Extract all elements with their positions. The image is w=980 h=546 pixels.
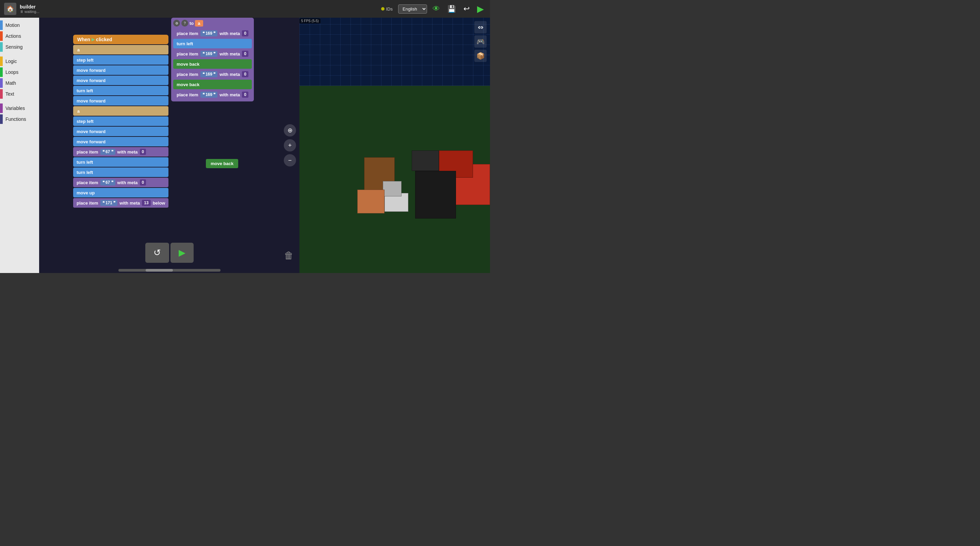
fullscreen-button[interactable]: ⇔ bbox=[474, 21, 487, 33]
undo-button[interactable]: ↩ bbox=[461, 4, 472, 14]
popup-move-back-2[interactable]: move back bbox=[173, 80, 252, 89]
ids-button[interactable]: IDs bbox=[379, 6, 395, 12]
popup-var-label: a bbox=[195, 20, 203, 27]
scrollbar-thumb[interactable] bbox=[146, 269, 173, 272]
move-forward-2-label: move forward bbox=[76, 78, 105, 83]
var-a2-block[interactable]: a bbox=[73, 106, 169, 116]
place-item-block-3[interactable]: place item ❝ 171 ❞ with meta 13 below bbox=[73, 198, 169, 208]
turn-left-block-3[interactable]: turn left bbox=[73, 167, 169, 177]
place-item-2-label: place item bbox=[76, 180, 98, 185]
fps-badge: 5 FPS (5-5) bbox=[299, 18, 321, 24]
popup-mv-4: 0 bbox=[242, 92, 248, 98]
code-canvas: When ▶ clicked a step left move forward … bbox=[39, 18, 299, 273]
sidebar-group-motion: Motion bbox=[0, 21, 39, 30]
sidebar-item-math[interactable]: Math bbox=[0, 78, 39, 88]
popup-pi-2-value: ❝ 169 ❞ bbox=[200, 51, 218, 57]
move-forward-block-2[interactable]: move forward bbox=[73, 76, 169, 85]
motion-color-bar bbox=[0, 21, 3, 30]
sidebar-item-logic[interactable]: Logic bbox=[0, 57, 39, 66]
zoom-out-button[interactable]: − bbox=[284, 154, 296, 166]
trash-button[interactable]: 🗑 bbox=[282, 247, 296, 263]
horizontal-scrollbar[interactable] bbox=[118, 269, 221, 272]
loops-color-bar bbox=[0, 67, 3, 77]
mc-blocks bbox=[299, 116, 490, 246]
move-back-float[interactable]: move back bbox=[206, 159, 238, 168]
turn-left-block-2[interactable]: turn left bbox=[73, 157, 169, 167]
popup-move-back-1[interactable]: move back bbox=[173, 59, 252, 69]
game-view: 5 FPS (5-5) ⇔ 🎮 📦 Close bbox=[299, 18, 490, 273]
when-clicked-block[interactable]: When ▶ clicked bbox=[73, 35, 169, 44]
sidebar-label-math: Math bbox=[3, 78, 19, 88]
app-title: builder bbox=[20, 4, 39, 10]
language-select[interactable]: English Spanish French bbox=[398, 5, 427, 14]
sidebar: Motion Actions Sensing Logic Lo bbox=[0, 18, 39, 273]
var-a-block[interactable]: a bbox=[73, 45, 169, 54]
turn-left-block-1[interactable]: turn left bbox=[73, 86, 169, 95]
popup-pi-4-label: place item bbox=[177, 92, 198, 97]
sidebar-item-sensing[interactable]: Sensing bbox=[0, 42, 39, 52]
popup-pi-3-label: place item bbox=[177, 72, 198, 77]
popup-pi-4-value: ❝ 169 ❞ bbox=[200, 92, 218, 98]
popup-stack: ⚙ ? to a place item ❝ 169 ❞ with meta 0 … bbox=[171, 18, 254, 102]
popup-place-item-2[interactable]: place item ❝ 169 ❞ with meta 0 bbox=[173, 49, 252, 59]
popup-place-item-1[interactable]: place item ❝ 169 ❞ with meta 0 bbox=[173, 29, 252, 38]
gamepad-button[interactable]: 🎮 bbox=[474, 35, 487, 48]
move-forward-block-1[interactable]: move forward bbox=[73, 65, 169, 75]
move-up-block[interactable]: move up bbox=[73, 188, 169, 197]
app-title-block: builder ⏸ waiting... bbox=[20, 4, 39, 14]
move-back-float-label: move back bbox=[211, 161, 234, 166]
meta-val-2: 0 bbox=[140, 179, 146, 186]
step-left-block[interactable]: step left bbox=[73, 55, 169, 65]
popup-place-item-3[interactable]: place item ❝ 169 ❞ with meta 0 bbox=[173, 70, 252, 79]
popup-turn-left-label: turn left bbox=[177, 41, 193, 46]
popup-wm-4: with meta bbox=[220, 92, 240, 97]
below-label: below bbox=[153, 201, 165, 205]
sidebar-item-variables[interactable]: Variables bbox=[0, 103, 39, 113]
move-forward-4-label: move forward bbox=[76, 129, 105, 134]
popup-place-item-4[interactable]: place item ❝ 169 ❞ with meta 0 bbox=[173, 90, 252, 99]
mc-block-black-1 bbox=[415, 171, 456, 218]
popup-pi-1-label: place item bbox=[177, 31, 198, 36]
place-item-block-1[interactable]: place item ❝ 67 ❞ with meta 0 bbox=[73, 147, 169, 157]
clicked-label: clicked bbox=[96, 37, 112, 42]
popup-help-icon[interactable]: ? bbox=[181, 20, 188, 27]
step-left-block-2[interactable]: step left bbox=[73, 116, 169, 126]
popup-turn-left[interactable]: turn left bbox=[173, 39, 252, 48]
functions-color-bar bbox=[0, 115, 3, 124]
popup-settings-icon[interactable]: ⚙ bbox=[173, 20, 180, 27]
popup-mv-2: 0 bbox=[242, 51, 248, 57]
popup-mv-1: 0 bbox=[242, 30, 248, 37]
when-label: When bbox=[77, 37, 90, 42]
run-button[interactable]: ▶ bbox=[475, 3, 486, 15]
popup-header: ⚙ ? to a bbox=[173, 20, 252, 27]
popup-mv-3: 0 bbox=[242, 71, 248, 77]
step-left-2-label: step left bbox=[76, 119, 94, 124]
place-item-block-2[interactable]: place item ❝ 67 ❞ with meta 0 bbox=[73, 178, 169, 187]
sidebar-item-text[interactable]: Text bbox=[0, 89, 39, 99]
sidebar-item-loops[interactable]: Loops bbox=[0, 67, 39, 77]
undo-ctrl-button[interactable]: ↺ bbox=[145, 243, 169, 263]
zoom-in-button[interactable]: + bbox=[284, 139, 296, 151]
compass-button[interactable]: ⊕ bbox=[284, 124, 296, 137]
run-ctrl-button[interactable]: ▶ bbox=[170, 243, 194, 263]
popup-pi-1-value: ❝ 169 ❞ bbox=[200, 30, 218, 37]
actions-color-bar bbox=[0, 31, 3, 41]
step-left-label: step left bbox=[76, 57, 94, 63]
move-forward-block-5[interactable]: move forward bbox=[73, 137, 169, 146]
mc-block-orange bbox=[357, 189, 385, 213]
main-block-stack: When ▶ clicked a step left move forward … bbox=[73, 35, 169, 208]
sidebar-label-loops: Loops bbox=[3, 67, 21, 77]
save-button[interactable]: 💾 bbox=[445, 4, 458, 14]
turn-left-2-label: turn left bbox=[76, 160, 93, 165]
sidebar-item-functions[interactable]: Functions bbox=[0, 115, 39, 124]
sidebar-item-actions[interactable]: Actions bbox=[0, 31, 39, 41]
popup-mb-2-label: move back bbox=[177, 82, 199, 87]
eye-button[interactable]: 👁 bbox=[430, 4, 442, 14]
move-forward-block-4[interactable]: move forward bbox=[73, 127, 169, 136]
sidebar-item-motion[interactable]: Motion bbox=[0, 21, 39, 30]
box-button[interactable]: 📦 bbox=[474, 50, 487, 62]
sidebar-label-functions: Functions bbox=[3, 115, 29, 124]
move-forward-block-3[interactable]: move forward bbox=[73, 96, 169, 105]
sidebar-label-text: Text bbox=[3, 89, 17, 99]
popup-to-label: to bbox=[189, 21, 194, 26]
